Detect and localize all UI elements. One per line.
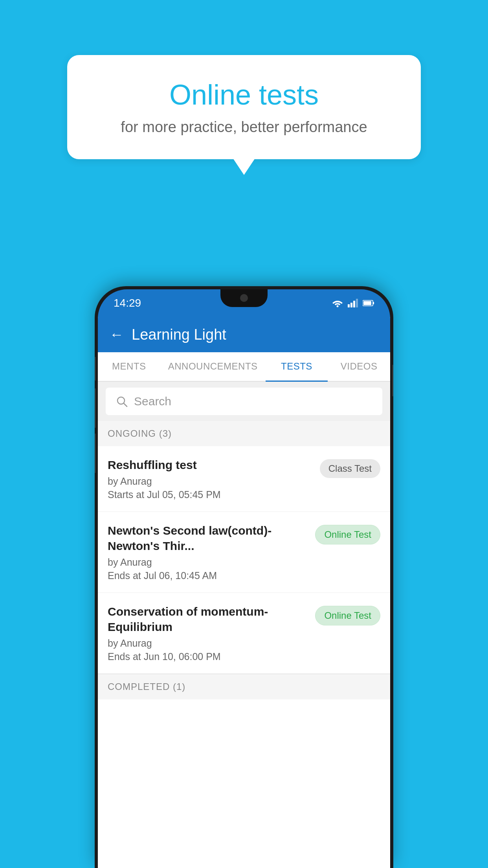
- test-date: Ends at Jul 06, 10:45 AM: [108, 570, 307, 581]
- svg-line-9: [124, 403, 127, 406]
- search-placeholder: Search: [134, 395, 171, 408]
- tab-videos[interactable]: VIDEOS: [328, 352, 390, 381]
- svg-rect-2: [350, 303, 352, 307]
- svg-rect-6: [373, 302, 374, 304]
- signal-icon: [348, 299, 358, 307]
- test-name: Reshuffling test: [108, 457, 312, 473]
- volume-up-button: [95, 357, 96, 381]
- test-author: by Anurag: [108, 476, 312, 487]
- speech-bubble-container: Online tests for more practice, better p…: [67, 55, 421, 159]
- test-item[interactable]: Reshuffling test by Anurag Starts at Jul…: [98, 446, 390, 512]
- svg-rect-1: [348, 304, 350, 307]
- ongoing-section-header: ONGOING (3): [98, 421, 390, 446]
- speech-bubble: Online tests for more practice, better p…: [67, 55, 421, 159]
- test-info: Reshuffling test by Anurag Starts at Jul…: [108, 457, 320, 500]
- test-badge-online: Online Test: [315, 525, 380, 544]
- svg-rect-7: [363, 301, 371, 305]
- battery-icon: [363, 300, 374, 307]
- search-icon: [116, 395, 128, 408]
- test-author: by Anurag: [108, 557, 307, 568]
- test-date: Ends at Jun 10, 06:00 PM: [108, 651, 307, 662]
- test-info: Newton's Second law(contd)-Newton's Thir…: [108, 523, 315, 581]
- svg-rect-3: [353, 301, 355, 307]
- search-bar[interactable]: Search: [106, 388, 382, 415]
- test-name: Newton's Second law(contd)-Newton's Thir…: [108, 523, 307, 554]
- front-camera: [240, 294, 248, 302]
- power-button: [392, 365, 393, 396]
- tab-tests[interactable]: TESTS: [266, 352, 328, 382]
- test-item[interactable]: Newton's Second law(contd)-Newton's Thir…: [98, 512, 390, 593]
- phone-inner: 14:29: [98, 289, 390, 868]
- tab-ments[interactable]: MENTS: [98, 352, 160, 381]
- test-name: Conservation of momentum-Equilibrium: [108, 604, 307, 634]
- status-icons: [332, 299, 374, 307]
- app-header: ← Learning Light: [98, 317, 390, 352]
- status-bar: 14:29: [98, 289, 390, 317]
- test-badge-class: Class Test: [320, 459, 380, 478]
- test-list: Reshuffling test by Anurag Starts at Jul…: [98, 446, 390, 868]
- silent-button: [95, 434, 96, 473]
- tabs-container: MENTS ANNOUNCEMENTS TESTS VIDEOS: [98, 352, 390, 382]
- test-date: Starts at Jul 05, 05:45 PM: [108, 489, 312, 500]
- completed-section-title: COMPLETED (1): [108, 681, 185, 692]
- phone-frame: 14:29: [95, 286, 393, 868]
- test-item[interactable]: Conservation of momentum-Equilibrium by …: [98, 593, 390, 674]
- svg-rect-4: [356, 299, 358, 307]
- ongoing-section-title: ONGOING (3): [108, 428, 172, 439]
- back-button[interactable]: ←: [110, 326, 124, 343]
- status-time: 14:29: [114, 297, 141, 309]
- speech-bubble-subtitle: for more practice, better performance: [99, 119, 389, 136]
- search-container: Search: [98, 382, 390, 421]
- app-title: Learning Light: [132, 326, 226, 343]
- test-author: by Anurag: [108, 638, 307, 649]
- completed-section-header: COMPLETED (1): [98, 674, 390, 699]
- test-info: Conservation of momentum-Equilibrium by …: [108, 604, 315, 662]
- wifi-icon: [332, 299, 343, 307]
- svg-point-0: [337, 305, 339, 307]
- test-badge-online-2: Online Test: [315, 606, 380, 625]
- volume-down-button: [95, 388, 96, 428]
- app-content: ← Learning Light MENTS ANNOUNCEMENTS TES…: [98, 317, 390, 868]
- notch: [220, 289, 268, 307]
- tab-announcements[interactable]: ANNOUNCEMENTS: [160, 352, 266, 381]
- speech-bubble-title: Online tests: [99, 79, 389, 111]
